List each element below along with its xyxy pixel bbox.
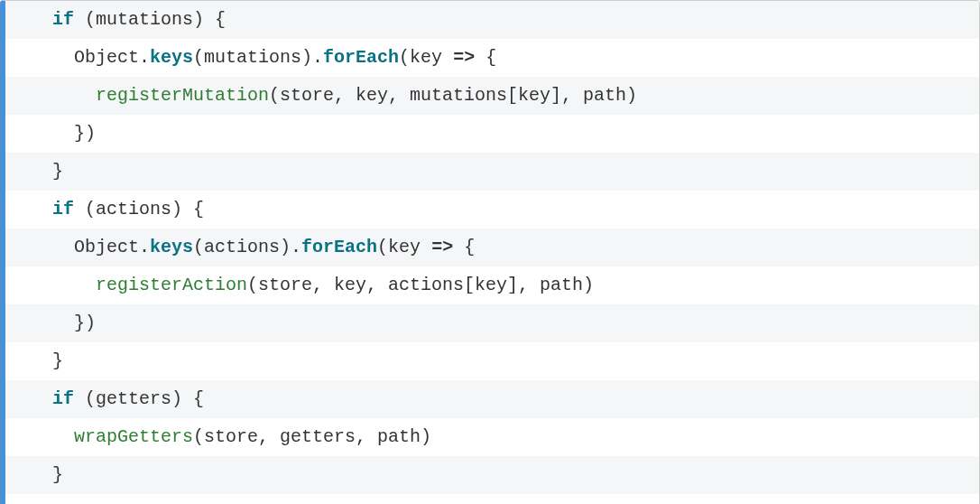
- code-token: (key: [399, 47, 453, 68]
- code-token: (mutations) {: [74, 9, 226, 30]
- code-line: }: [5, 342, 979, 380]
- code-token: keys: [150, 237, 193, 257]
- code-line: if (mutations) {: [5, 1, 979, 39]
- code-token: (actions) {: [74, 199, 204, 219]
- code-token: }: [52, 350, 63, 371]
- code-token: Object: [74, 47, 139, 68]
- code-token: =>: [453, 47, 475, 68]
- code-block: if (mutations) { Object.keys(mutations).…: [0, 0, 980, 504]
- code-token: }): [74, 123, 96, 144]
- code-token: if: [52, 9, 74, 30]
- code-token: =>: [431, 237, 453, 257]
- code-line: if (getters) {: [5, 380, 979, 418]
- code-token: (getters) {: [74, 388, 204, 409]
- code-line: Object.keys(actions).forEach(key => {: [5, 229, 979, 266]
- code-token: (actions).: [193, 237, 301, 257]
- code-line: }): [5, 304, 979, 342]
- code-token: registerMutation: [96, 85, 269, 106]
- code-line: Object.keys(mutations).forEach(key => {: [5, 39, 979, 77]
- code-line: registerAction(store, key, actions[key],…: [5, 266, 979, 304]
- code-token: Object: [74, 237, 139, 257]
- code-token: forEach: [301, 237, 377, 257]
- code-line: wrapGetters(store, getters, path): [5, 418, 979, 456]
- code-token: .: [139, 47, 150, 68]
- code-token: }): [74, 313, 96, 333]
- code-line: }: [5, 153, 979, 191]
- code-token: (store, key, mutations[key], path): [269, 85, 637, 106]
- code-token: {: [453, 237, 475, 257]
- code-line: registerMutation(store, key, mutations[k…: [5, 77, 979, 115]
- code-line: if (actions) {: [5, 191, 979, 229]
- code-token: wrapGetters: [74, 426, 193, 447]
- code-line: <div class="md-section-divider"></div>: [5, 494, 979, 504]
- code-token: (store, key, actions[key], path): [247, 275, 594, 295]
- code-token: {: [475, 47, 496, 68]
- code-token: forEach: [323, 47, 399, 68]
- code-line: }: [5, 456, 979, 494]
- code-token: if: [52, 199, 74, 219]
- code-token: (key: [377, 237, 431, 257]
- code-token: }: [52, 464, 63, 485]
- code-token: (mutations).: [193, 47, 323, 68]
- code-token: registerAction: [96, 275, 247, 295]
- code-token: (store, getters, path): [193, 426, 431, 447]
- code-token: if: [52, 388, 74, 409]
- code-token: keys: [150, 47, 193, 68]
- code-token: }: [52, 161, 63, 182]
- code-line: }): [5, 115, 979, 153]
- code-token: .: [139, 237, 150, 257]
